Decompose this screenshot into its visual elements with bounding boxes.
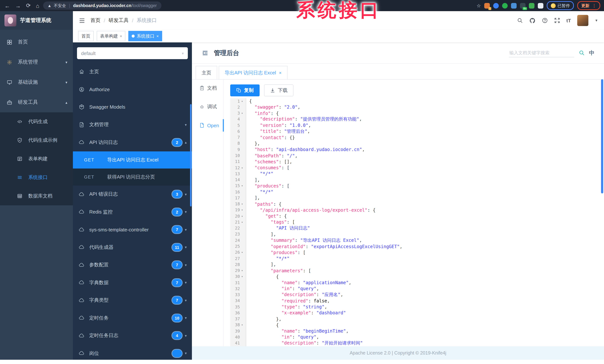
tag-tab-label: 表单构建 [100,33,118,39]
api-group-Redis 监控[interactable]: Redis 监控2▾ [73,203,192,221]
api-link-Authorize[interactable]: Authorize [73,81,192,98]
gutter-cell: 40 [230,334,246,340]
doc-nav-调试[interactable]: 调试 [192,98,223,116]
reload-icon[interactable]: ⟳ [26,2,31,9]
doc-tab-导出API 访问日志 Excel[interactable]: 导出API 访问日志 Excel× [219,66,288,79]
home-icon[interactable]: ⌂ [36,2,39,9]
api-group-API 访问日志[interactable]: API 访问日志2▴ [73,134,192,151]
code-line: 19▾ "/api/infra/api-access-log/export-ex… [230,207,599,213]
sidebar-item-系统管理[interactable]: 系统管理▾ [0,52,73,72]
back-icon[interactable]: ← [4,2,10,9]
api-group-代码生成器[interactable]: 代码生成器11▾ [73,238,192,256]
fold-caret-icon[interactable]: ▾ [240,166,244,169]
api-group-岗位[interactable]: 岗位▾ [73,344,192,360]
sidebar-item-label: 代码生成示例 [28,137,67,144]
copy-button[interactable]: 复制 [230,85,260,96]
avatar[interactable] [577,15,588,26]
ext-green-leaf-icon[interactable] [529,3,534,8]
hamburger-icon[interactable] [79,17,85,24]
line-number: 4 [230,117,240,122]
ext-blue-grid-icon[interactable] [511,3,516,8]
sidebar-item-研发工具[interactable]: 研发工具▴ [0,92,73,112]
api-sidebar-scrollbar[interactable] [190,104,191,206]
fold-caret-icon[interactable]: ▾ [240,112,244,115]
code-text: "description": "应用名", [246,292,343,298]
api-operation-获得API 访问日志分页[interactable]: GET获得API 访问日志分页 [73,168,192,186]
doc-search-icon[interactable] [579,50,584,56]
collapse-menu-icon[interactable] [201,49,209,56]
api-group-API 错误日志[interactable]: API 错误日志3▾ [73,186,192,203]
ext-dark-icon[interactable]: 6n [520,3,526,8]
api-group-字典数据[interactable]: 字典数据7▾ [73,274,192,291]
doc-nav-Open[interactable]: Open [192,116,223,135]
fold-caret-icon[interactable]: ▾ [240,269,244,272]
close-icon[interactable]: × [279,70,282,75]
api-group-定时任务[interactable]: 定时任务10▾ [73,309,192,327]
search-icon[interactable] [517,17,523,24]
doc-tab-主页[interactable]: 主页 [196,66,217,79]
sidebar-submenu: 代码生成代码生成示例表单构建系统接口数据库文档 [0,112,73,205]
language-icon[interactable]: 中 [589,49,594,56]
address-bar[interactable]: ▲ 不安全 | dashboard.yudao.iocoder.cn/tool/… [43,1,161,10]
bookmark-star-icon[interactable]: ☆ [477,3,481,8]
api-group-参数配置[interactable]: 参数配置7▾ [73,256,192,274]
sidebar-item-代码生成示例[interactable]: 代码生成示例 [0,131,73,150]
code-editor[interactable]: 1▾{2 "swagger": "2.0",3▾ "info": {4 "des… [230,98,599,346]
download-button[interactable]: 下载 [264,85,293,96]
breadcrumb-item[interactable]: 研发工具 [109,17,129,24]
api-group-定时任务日志[interactable]: 定时任务日志4▾ [73,327,192,344]
line-number: 23 [230,232,240,237]
fold-caret-icon[interactable]: ▾ [240,100,244,103]
api-group-字典类型[interactable]: 字典类型7▾ [73,291,192,309]
doc-tab-label: 主页 [201,69,211,76]
close-icon[interactable]: × [156,34,159,38]
help-icon[interactable] [542,17,548,24]
fold-caret-icon[interactable]: ▾ [240,202,244,206]
code-line: 4 "description": "提供管理员管理的所有功能", [230,116,599,123]
fold-caret-icon[interactable]: ▾ [240,324,244,327]
github-icon[interactable] [529,17,536,24]
code-text: "tags": [ [246,220,295,225]
sidebar-item-首页[interactable]: 首页 [0,32,73,52]
breadcrumb-item[interactable]: 首页 [90,17,101,24]
page-scrollbar[interactable] [601,79,603,193]
sidebar-item-基础设施[interactable]: 基础设施▾ [0,72,73,92]
forward-icon[interactable]: → [15,2,21,9]
browser-menu-icon[interactable]: ⋮ [592,3,596,8]
api-link-主页[interactable]: 主页 [73,63,192,81]
fold-caret-icon[interactable]: ▾ [240,221,244,224]
api-operation-导出API 访问日志 Excel[interactable]: GET导出API 访问日志 Excel [73,151,192,168]
fold-caret-icon[interactable]: ▾ [240,184,244,188]
ext-orange-icon[interactable]: 1 [484,3,490,8]
fold-caret-icon[interactable]: ▾ [240,251,244,254]
ext-blue-drop-icon[interactable] [493,3,499,8]
ext-green-circle-icon[interactable] [502,3,508,8]
code-text: "paths": { [246,201,281,207]
tag-tab-系统接口[interactable]: 系统接口× [128,31,162,41]
api-group-sys-sms-template-controller[interactable]: sys-sms-template-controller7▾ [73,221,192,238]
fold-caret-icon[interactable]: ▾ [240,209,244,212]
fullscreen-icon[interactable] [554,17,560,24]
sidebar-item-代码生成[interactable]: 代码生成 [0,112,73,131]
doc-search-input[interactable] [509,49,574,57]
chevron-down-icon: ▾ [185,228,187,232]
warning-icon[interactable]: ▲ [47,3,51,8]
tag-tab-表单构建[interactable]: 表单构建× [97,31,126,41]
ext-white-star-icon[interactable] [538,3,543,8]
fold-caret-icon[interactable]: ▾ [240,275,244,278]
paused-extension-pill[interactable]: 已暂停 [547,1,574,10]
api-link-Swagger Models[interactable]: Swagger Models [73,98,192,116]
logo[interactable]: 芋道管理系统 [0,11,73,30]
api-group-select[interactable]: default ▾ [77,47,188,59]
doc-nav-文档[interactable]: 文档 [192,79,223,98]
api-group-文档管理[interactable]: 文档管理▾ [73,116,192,134]
tag-tab-首页[interactable]: 首页 [78,31,94,41]
fold-caret-icon[interactable]: ▾ [240,214,244,218]
sidebar-item-系统接口[interactable]: 系统接口 [0,168,73,187]
sidebar-item-数据库文档[interactable]: 数据库文档 [0,187,73,205]
browser-update-button[interactable]: 更新 ⋮ [577,1,600,10]
close-icon[interactable]: × [120,34,122,38]
chevron-down-icon[interactable]: ▼ [595,19,598,22]
sidebar-item-表单构建[interactable]: 表单构建 [0,150,73,168]
font-size-icon[interactable]: tT [566,18,571,23]
